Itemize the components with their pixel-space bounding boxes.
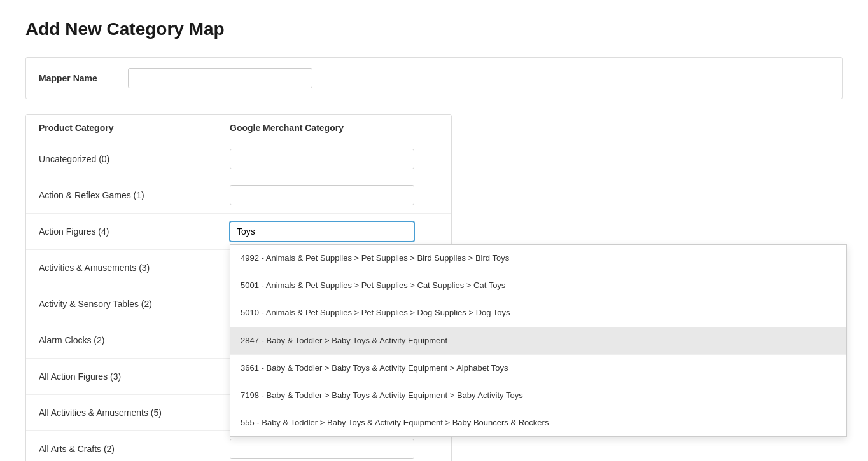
merchant-category-input[interactable] bbox=[230, 185, 414, 205]
category-label: Alarm Clocks (2) bbox=[39, 335, 230, 345]
merchant-category-input[interactable] bbox=[230, 149, 414, 169]
dropdown-item[interactable]: 5001 - Animals & Pet Supplies > Pet Supp… bbox=[230, 272, 846, 299]
merchant-input-wrapper bbox=[230, 149, 438, 169]
merchant-category-dropdown: 4992 - Animals & Pet Supplies > Pet Supp… bbox=[230, 244, 847, 437]
dropdown-item[interactable]: 3661 - Baby & Toddler > Baby Toys & Acti… bbox=[230, 355, 846, 382]
category-label: Action Figures (4) bbox=[39, 226, 230, 237]
category-label: Action & Reflex Games (1) bbox=[39, 190, 230, 200]
dropdown-item[interactable]: 555 - Baby & Toddler > Baby Toys & Activ… bbox=[230, 409, 846, 436]
category-label: Uncategorized (0) bbox=[39, 154, 230, 164]
dropdown-item[interactable]: 7198 - Baby & Toddler > Baby Toys & Acti… bbox=[230, 382, 846, 409]
merchant-input-wrapper bbox=[230, 185, 438, 205]
col-product-header: Product Category bbox=[39, 123, 230, 133]
dropdown-item[interactable]: 4992 - Animals & Pet Supplies > Pet Supp… bbox=[230, 245, 846, 272]
merchant-input-wrapper bbox=[230, 439, 438, 459]
merchant-category-input[interactable] bbox=[230, 439, 414, 459]
table-row: Uncategorized (0) bbox=[26, 141, 451, 177]
category-label: All Activities & Amusements (5) bbox=[39, 408, 230, 418]
category-label: Activity & Sensory Tables (2) bbox=[39, 299, 230, 309]
table-row: Action Figures (4) 4992 - Animals & Pet … bbox=[26, 214, 451, 250]
page-title: Add New Category Map bbox=[25, 19, 843, 39]
category-label: Activities & Amusements (3) bbox=[39, 263, 230, 273]
mapper-name-input[interactable] bbox=[128, 68, 312, 88]
category-label: All Action Figures (3) bbox=[39, 371, 230, 382]
category-table: Product Category Google Merchant Categor… bbox=[25, 114, 452, 461]
merchant-category-input-active[interactable] bbox=[230, 221, 414, 242]
table-header: Product Category Google Merchant Categor… bbox=[26, 115, 451, 141]
merchant-input-wrapper: 4992 - Animals & Pet Supplies > Pet Supp… bbox=[230, 221, 438, 242]
mapper-name-label: Mapper Name bbox=[39, 73, 128, 83]
table-row: Action & Reflex Games (1) bbox=[26, 177, 451, 214]
category-label: All Arts & Crafts (2) bbox=[39, 444, 230, 454]
dropdown-item[interactable]: 5010 - Animals & Pet Supplies > Pet Supp… bbox=[230, 299, 846, 327]
col-merchant-header: Google Merchant Category bbox=[230, 123, 438, 133]
dropdown-item-selected[interactable]: 2847 - Baby & Toddler > Baby Toys & Acti… bbox=[230, 327, 846, 355]
mapper-name-section: Mapper Name bbox=[25, 57, 843, 99]
